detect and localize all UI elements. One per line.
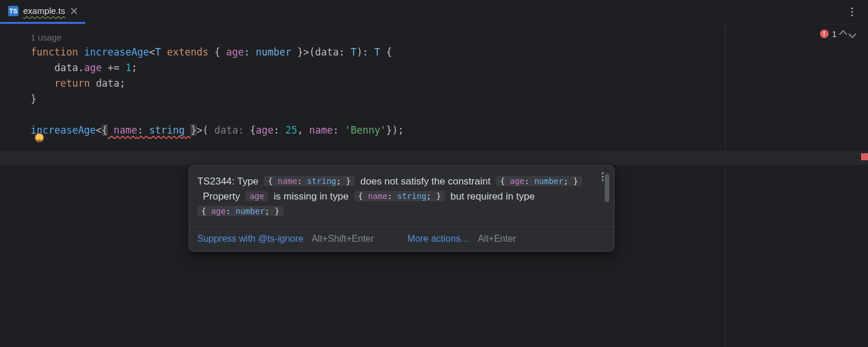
prop-chip: age bbox=[245, 191, 268, 201]
type-chip: { name: string; } bbox=[264, 176, 355, 186]
type-chip: { age: number; } bbox=[197, 206, 284, 216]
documentation-gutter bbox=[725, 24, 726, 347]
next-problem-icon[interactable] bbox=[848, 29, 856, 38]
current-line-highlight bbox=[0, 151, 868, 165]
suppress-ts-ignore-link[interactable]: Suppress with @ts-ignore bbox=[197, 234, 303, 244]
more-actions-link[interactable]: More actions… bbox=[407, 234, 470, 244]
type-chip: { name: string; } bbox=[354, 191, 445, 201]
intention-bulb-icon[interactable] bbox=[35, 133, 44, 142]
typescript-file-icon: TS bbox=[8, 6, 19, 16]
tab-filename: example.ts bbox=[23, 6, 65, 16]
usages-inlay-hint[interactable]: 1 usage bbox=[31, 32, 868, 42]
shortcut-hint: Alt+Shift+Enter bbox=[311, 234, 374, 244]
close-tab-icon[interactable] bbox=[70, 7, 78, 15]
error-stripe[interactable] bbox=[861, 153, 868, 160]
source-code[interactable]: function increaseAge<T extends { age: nu… bbox=[31, 45, 868, 138]
tooltip-actions: Suppress with @ts-ignore Alt+Shift+Enter… bbox=[189, 226, 614, 251]
tab-bar-more-menu[interactable] bbox=[846, 6, 858, 17]
tab-bar: TS example.ts bbox=[0, 0, 868, 24]
tooltip-more-menu[interactable] bbox=[597, 171, 608, 182]
type-chip: { age: number; } bbox=[496, 176, 582, 186]
tab-example-ts[interactable]: TS example.ts bbox=[0, 0, 85, 24]
code-editor[interactable]: ! 1 1 usage function increaseAge<T exten… bbox=[0, 24, 868, 347]
error-message: TS2344: Type { name: string; } does not … bbox=[197, 174, 599, 219]
error-tooltip: TS2344: Type { name: string; } does not … bbox=[189, 165, 615, 252]
shortcut-hint: Alt+Enter bbox=[478, 234, 516, 244]
prev-problem-icon[interactable] bbox=[839, 29, 847, 38]
code-area: 1 usage function increaseAge<T extends {… bbox=[0, 24, 868, 138]
error-icon: ! bbox=[820, 29, 829, 38]
inspection-widget[interactable]: ! 1 bbox=[820, 29, 855, 39]
error-count: 1 bbox=[832, 29, 837, 39]
